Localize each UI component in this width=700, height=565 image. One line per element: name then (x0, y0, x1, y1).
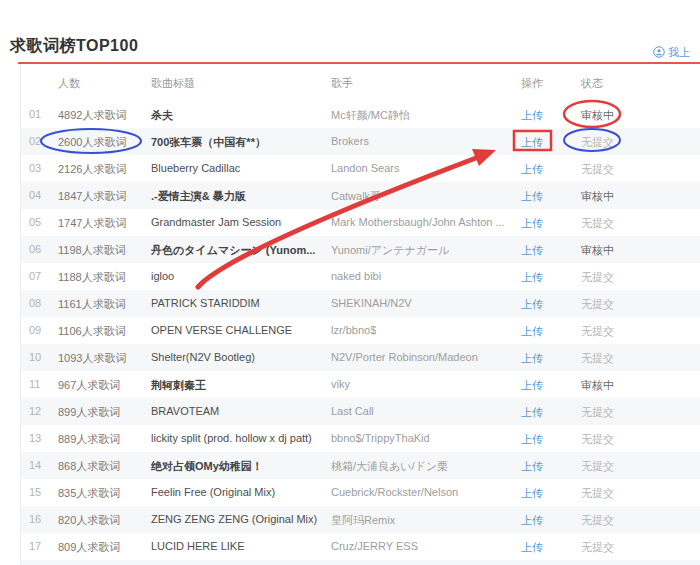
upload-link[interactable]: 上传 (521, 108, 543, 123)
upload-link[interactable]: 上传 (521, 297, 543, 312)
table-row: 05 1747人求歌词 Grandmaster Jam Session Mark… (21, 209, 700, 236)
table-row: 04 1847人求歌词 .-爱情主演& 暴力版 Catwalk哥 上传 审核中 (21, 182, 700, 209)
lyrics-rank-table: 人数 歌曲标题 歌手 操作 状态 01 4892人求歌词 杀夫 Mc轩颜/MC静… (20, 64, 700, 565)
status-label: 无提交 (581, 351, 614, 366)
singer-name: Mc轩颜/MC静怡 (331, 108, 410, 123)
singer-name: lzr/bbno$ (331, 324, 376, 336)
request-count: 1188人求歌词 (58, 270, 126, 285)
status-label: 无提交 (581, 216, 614, 231)
singer-name: naked bibi (331, 270, 381, 282)
song-title: 杀夫 (151, 108, 173, 123)
table-row: 13 889人求歌词 lickity split (prod. hollow x… (21, 425, 700, 452)
status-label: 无提交 (581, 324, 614, 339)
request-count: 967人求歌词 (58, 378, 120, 393)
status-label: 无提交 (581, 513, 614, 528)
upload-link[interactable]: 上传 (521, 189, 543, 204)
request-count: 899人求歌词 (58, 405, 120, 420)
request-count: 835人求歌词 (58, 486, 120, 501)
upload-link[interactable]: 上传 (521, 405, 543, 420)
rank-number: 04 (29, 189, 41, 201)
request-count: 1747人求歌词 (58, 216, 126, 231)
singer-name: Landon Sears (331, 162, 400, 174)
rank-number: 16 (29, 513, 41, 525)
singer-name: bbno$/TrippyThaKid (331, 432, 430, 444)
rank-number: 07 (29, 270, 41, 282)
song-title: 荆轲刺秦王 (151, 378, 206, 393)
rank-number: 06 (29, 243, 41, 255)
upload-link[interactable]: 上传 (521, 378, 543, 393)
col-header-people: 人数 (58, 76, 80, 91)
upload-link[interactable]: 上传 (521, 162, 543, 177)
song-title: PATRICK STARIDDIM (151, 297, 260, 309)
table-row: 09 1106人求歌词 OPEN VERSE CHALLENGE lzr/bbn… (21, 317, 700, 344)
col-header-status: 状态 (581, 76, 603, 91)
singer-name: Brokers (331, 135, 369, 147)
upload-link[interactable]: 上传 (521, 243, 543, 258)
singer-name: Catwalk哥 (331, 189, 381, 204)
rank-number: 13 (29, 432, 41, 444)
request-count: 809人求歌词 (58, 540, 120, 555)
singer-name: Yunomi/アンテナガール (331, 243, 449, 258)
singer-name: SHEKINAH/N2V (331, 297, 412, 309)
status-label: 审核中 (581, 378, 614, 393)
upload-link[interactable]: 上传 (521, 513, 543, 528)
request-count: 2600人求歌词 (58, 135, 126, 150)
rank-number: 01 (29, 108, 41, 120)
singer-name: 皇阿玛Remix (331, 513, 395, 528)
request-count: 820人求歌词 (58, 513, 120, 528)
table-row: 14 868人求歌词 绝对占领OMy幼稚园！ 桃箱/大浦良あい/ドン栗 上传 无… (21, 452, 700, 479)
singer-name: Cuebrick/Rockster/Nelson (331, 486, 458, 498)
table-row: 02 2600人求歌词 700张车票（中国有**） Brokers 上传 无提交 (21, 128, 700, 155)
table-row: 06 1198人求歌词 丹色のタイムマシーン (Yunom... Yunomi/… (21, 236, 700, 263)
status-label: 审核中 (581, 108, 614, 123)
status-label: 无提交 (581, 405, 614, 420)
singer-name: viky (331, 378, 350, 390)
my-uploads-link[interactable]: 我上 (653, 44, 700, 60)
rank-number: 08 (29, 297, 41, 309)
upload-link[interactable]: 上传 (521, 216, 543, 231)
song-title: Grandmaster Jam Session (151, 216, 281, 228)
status-label: 无提交 (581, 486, 614, 501)
request-count: 1093人求歌词 (58, 351, 126, 366)
status-label: 无提交 (581, 270, 614, 285)
rank-number: 03 (29, 162, 41, 174)
singer-name: 桃箱/大浦良あい/ドン栗 (331, 459, 448, 474)
table-row: 03 2126人求歌词 Blueberry Cadillac Landon Se… (21, 155, 700, 182)
status-label: 无提交 (581, 459, 614, 474)
upload-link[interactable]: 上传 (521, 459, 543, 474)
singer-name: Last Call (331, 405, 374, 417)
upload-link[interactable]: 上传 (521, 135, 543, 150)
rank-number: 15 (29, 486, 41, 498)
table-row: 10 1093人求歌词 Shelter(N2V Bootleg) N2V/Por… (21, 344, 700, 371)
request-count: 1106人求歌词 (58, 324, 126, 339)
song-title: Shelter(N2V Bootleg) (151, 351, 255, 363)
upload-link[interactable]: 上传 (521, 540, 543, 555)
request-count: 1161人求歌词 (58, 297, 126, 312)
table-row: 18 上传 无提交 (21, 560, 700, 565)
song-title: igloo (151, 270, 174, 282)
upload-link[interactable]: 上传 (521, 351, 543, 366)
upload-link[interactable]: 上传 (521, 432, 543, 447)
status-label: 无提交 (581, 162, 614, 177)
rank-number: 09 (29, 324, 41, 336)
user-icon (653, 46, 665, 58)
upload-link[interactable]: 上传 (521, 486, 543, 501)
table-row: 01 4892人求歌词 杀夫 Mc轩颜/MC静怡 上传 审核中 (21, 101, 700, 128)
table-row: 07 1188人求歌词 igloo naked bibi 上传 无提交 (21, 263, 700, 290)
rank-number: 05 (29, 216, 41, 228)
request-count: 868人求歌词 (58, 459, 120, 474)
request-count: 889人求歌词 (58, 432, 120, 447)
status-label: 审核中 (581, 243, 614, 258)
table-body: 01 4892人求歌词 杀夫 Mc轩颜/MC静怡 上传 审核中 02 2600人… (21, 101, 700, 565)
rank-number: 11 (29, 378, 40, 390)
song-title: Feelin Free (Original Mix) (151, 486, 275, 498)
request-count: 1198人求歌词 (58, 243, 126, 258)
rank-number: 10 (29, 351, 41, 363)
table-row: 15 835人求歌词 Feelin Free (Original Mix) Cu… (21, 479, 700, 506)
status-label: 无提交 (581, 135, 614, 150)
upload-link[interactable]: 上传 (521, 270, 543, 285)
table-row: 12 899人求歌词 BRAVOTEAM Last Call 上传 无提交 (21, 398, 700, 425)
song-title: ZENG ZENG ZENG (Original Mix) (151, 513, 317, 525)
my-uploads-label: 我上 (668, 45, 690, 60)
upload-link[interactable]: 上传 (521, 324, 543, 339)
